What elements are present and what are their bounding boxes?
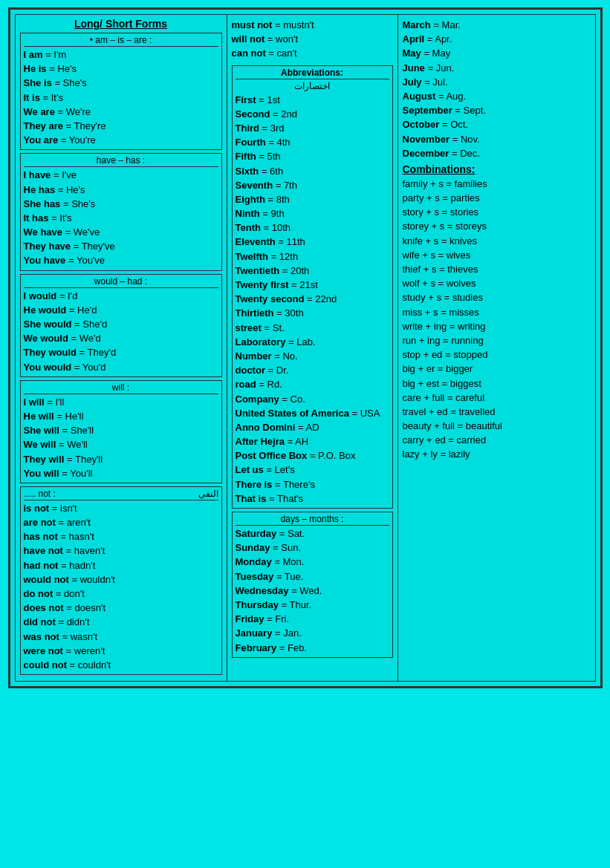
- list-item: December = Dec.: [403, 147, 591, 160]
- list-item: study + s = studies: [403, 291, 591, 304]
- am-is-are-section: • am – is – are : I am = I'mHe is = He's…: [20, 33, 222, 150]
- list-item: thief + s = thieves: [403, 263, 591, 276]
- list-item: Second = 2nd: [236, 108, 389, 121]
- list-item: We have = We've: [24, 226, 218, 239]
- list-item: doctor = Dr.: [236, 364, 389, 377]
- combinations-section: Combinations: family + s = familiesparty…: [403, 163, 591, 462]
- list-item: They would = They'd: [24, 346, 218, 359]
- list-item: Fifth = 5th: [236, 150, 389, 163]
- list-item: big + est = biggest: [403, 377, 591, 391]
- list-item: We are = We're: [24, 105, 218, 119]
- list-item: She will = She'll: [24, 424, 218, 437]
- list-item: carry + ed = carried: [403, 434, 591, 447]
- list-item: June = Jun.: [403, 62, 591, 75]
- not-items: is not = isn'tare not = aren'thas not = …: [24, 502, 218, 672]
- would-had-title: would – had :: [24, 276, 218, 288]
- list-item: care + full = careful: [403, 391, 591, 405]
- list-item: May = May: [403, 47, 591, 60]
- list-item: would not = wouldn't: [24, 573, 218, 587]
- abbrev-items: First = 1stSecond = 2ndThird = 3rdFourth…: [236, 94, 389, 506]
- list-item: have not = haven't: [24, 544, 218, 558]
- abbrev-title: Abbreviations:: [236, 68, 389, 79]
- list-item: We will = We'll: [24, 438, 218, 451]
- have-has-items: I have = I'veHe has = He'sShe has = She'…: [24, 169, 218, 267]
- list-item: Ninth = 9th: [236, 207, 389, 221]
- list-item: travel + ed = travelled: [403, 405, 591, 419]
- list-item: They are = They're: [24, 120, 218, 133]
- would-had-section: would – had : I would = I'dHe would = He…: [20, 274, 222, 377]
- list-item: Thirtieth = 30th: [236, 307, 389, 320]
- list-item: storey + s = storeys: [403, 220, 591, 233]
- list-item: April = Apr.: [403, 33, 591, 46]
- list-item: Seventh = 7th: [236, 179, 389, 192]
- list-item: October = Oct.: [403, 118, 591, 131]
- list-item: I have = I've: [24, 169, 218, 182]
- list-item: will not = won't: [232, 33, 393, 46]
- list-item: August = Aug.: [403, 90, 591, 103]
- not-title: ..... not : النفي: [24, 489, 218, 500]
- list-item: knife + s = knives: [403, 235, 591, 248]
- list-item: You would = You'd: [24, 361, 218, 374]
- long-short-title: Long/ Short Forms: [20, 18, 222, 30]
- list-item: She has = She's: [24, 198, 218, 211]
- list-item: does not = doesn't: [24, 601, 218, 615]
- list-item: September = Sept.: [403, 104, 591, 117]
- list-item: family + s = families: [403, 177, 591, 191]
- list-item: It is = It's: [24, 91, 218, 105]
- days-months-section: days – months : Saturday = Sat.Sunday = …: [232, 512, 393, 658]
- list-item: Number = No.: [236, 350, 389, 363]
- list-item: He will = He'll: [24, 410, 218, 423]
- days-months-items: Saturday = Sat.Sunday = Sun.Monday = Mon…: [236, 527, 389, 655]
- list-item: Friday = Fri.: [236, 613, 389, 626]
- list-item: run + ing = running: [403, 334, 591, 347]
- list-item: Post Office Box = P.O. Box: [236, 449, 389, 463]
- list-item: party + s = parties: [403, 192, 591, 205]
- list-item: That is = That's: [236, 492, 389, 506]
- list-item: Twenty first = 21st: [236, 278, 389, 292]
- list-item: We would = We'd: [24, 332, 218, 345]
- left-column: Long/ Short Forms • am – is – are : I am…: [15, 14, 227, 682]
- list-item: Fourth = 4th: [236, 136, 389, 149]
- list-item: You will = You'll: [24, 467, 218, 480]
- list-item: I will = I'll: [24, 396, 218, 409]
- list-item: street = St.: [236, 322, 389, 335]
- list-item: First = 1st: [236, 94, 389, 107]
- list-item: Eleventh = 11th: [236, 235, 389, 249]
- list-item: Wednesday = Wed.: [236, 584, 389, 598]
- list-item: had not = hadn't: [24, 559, 218, 572]
- list-item: Third = 3rd: [236, 122, 389, 135]
- list-item: can not = can't: [232, 47, 393, 60]
- list-item: were not = weren't: [24, 645, 218, 658]
- list-item: He would = He'd: [24, 304, 218, 317]
- list-item: January = Jan.: [236, 627, 389, 640]
- list-item: Anno Domini = AD: [236, 421, 389, 434]
- list-item: wolf + s = wolves: [403, 277, 591, 290]
- list-item: He has = He's: [24, 183, 218, 197]
- list-item: Tenth = 10th: [236, 221, 389, 235]
- list-item: Thursday = Thur.: [236, 598, 389, 612]
- list-item: Eighth = 8th: [236, 193, 389, 206]
- am-is-are-title: • am – is – are :: [24, 35, 218, 47]
- list-item: March = Mar.: [403, 19, 591, 32]
- have-has-section: have – has : I have = I'veHe has = He'sS…: [20, 153, 222, 270]
- list-item: Twelfth = 12th: [236, 250, 389, 264]
- list-item: You are = You're: [24, 134, 218, 147]
- combinations-items: family + s = familiesparty + s = parties…: [403, 177, 591, 462]
- list-item: July = Jul.: [403, 76, 591, 89]
- right-column: March = Mar.April = Apr.May = MayJune = …: [398, 14, 596, 682]
- list-item: There is = There's: [236, 478, 389, 492]
- list-item: I am = I'm: [24, 48, 218, 62]
- list-item: miss + s = misses: [403, 306, 591, 319]
- list-item: February = Feb.: [236, 642, 389, 655]
- list-item: She is = She's: [24, 76, 218, 90]
- list-item: Twenty second = 22nd: [236, 293, 389, 306]
- not-section: ..... not : النفي is not = isn'tare not …: [20, 486, 222, 675]
- will-items: I will = I'llHe will = He'llShe will = S…: [24, 396, 218, 480]
- will-section: will : I will = I'llHe will = He'llShe w…: [20, 380, 222, 483]
- abbrev-arabic: اختصارات: [236, 81, 389, 91]
- list-item: big + er = bigger: [403, 362, 591, 376]
- list-item: lazy + ly = lazily: [403, 448, 591, 461]
- list-item: Saturday = Sat.: [236, 527, 389, 541]
- combinations-title: Combinations:: [403, 163, 591, 175]
- mid-column: must not = mustn'twill not = won'tcan no…: [227, 14, 398, 682]
